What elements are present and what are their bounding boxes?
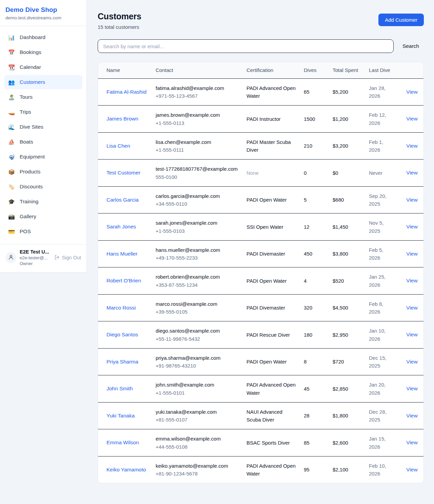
view-customer-link[interactable]: View (406, 170, 417, 175)
sign-out-button[interactable]: Sign Out (54, 255, 81, 261)
customer-phone: +39-555-0105 (156, 308, 238, 316)
customer-dives: 65 (300, 78, 329, 106)
view-customer-link[interactable]: View (406, 116, 417, 122)
tours-icon: 🏝️ (8, 94, 15, 100)
customer-total-spent: $1,800 (329, 402, 365, 429)
customer-certification: NAUI Advanced Scuba Diver (246, 409, 282, 423)
customer-total-spent: $2,600 (329, 429, 365, 456)
customer-name-link[interactable]: Lisa Chen (106, 143, 130, 149)
view-customer-link[interactable]: View (406, 386, 417, 391)
customer-dives: 320 (300, 294, 329, 321)
view-customer-link[interactable]: View (406, 251, 417, 257)
view-customer-link[interactable]: View (406, 440, 417, 445)
column-header: Last Dive (365, 62, 400, 78)
customer-name-link[interactable]: Carlos Garcia (106, 197, 139, 203)
view-customer-link[interactable]: View (406, 143, 417, 149)
customer-email: test-1772681807767@example.com (156, 165, 238, 173)
customer-phone: +1-555-0101 (156, 389, 238, 397)
sidebar-item-dashboard[interactable]: 📊Dashboard (4, 30, 82, 44)
customer-last-dive: Feb 12, 2026 (365, 106, 400, 133)
boats-icon: ⛵ (8, 139, 15, 145)
calendar-icon: 📆 (8, 64, 15, 71)
sidebar-item-training[interactable]: 🎓Training (4, 194, 82, 209)
user-icon (8, 254, 14, 261)
view-customer-link[interactable]: View (406, 413, 417, 418)
column-header: Name (98, 62, 152, 78)
sidebar-item-pos[interactable]: 💳POS (4, 224, 82, 239)
customer-phone: +1-555-0103 (156, 227, 238, 235)
column-header (400, 62, 424, 78)
trips-icon: 🚤 (8, 109, 15, 115)
customer-name-link[interactable]: James Brown (106, 116, 138, 122)
customer-email: sarah.jones@example.com (156, 219, 238, 227)
customer-name-link[interactable]: Test Customer (106, 170, 140, 175)
customer-total-spent: $2,950 (329, 321, 365, 349)
customer-last-dive: Jan 10, 2026 (365, 321, 400, 349)
customer-last-dive: Feb 10, 2026 (365, 456, 400, 483)
view-customer-link[interactable]: View (406, 278, 417, 283)
view-customer-link[interactable]: View (406, 224, 417, 229)
shop-title: Demo Dive Shop (5, 6, 81, 14)
customer-name-link[interactable]: Robert O'Brien (106, 278, 141, 283)
customer-dives: 0 (300, 160, 329, 187)
view-customer-link[interactable]: View (406, 197, 417, 203)
view-customer-link[interactable]: View (406, 359, 417, 365)
customer-dives: 210 (300, 132, 329, 160)
sidebar-item-discounts[interactable]: 🏷️Discounts (4, 180, 82, 194)
customer-certification: PADI Advanced Open Water (246, 463, 296, 477)
customer-name-link[interactable]: Priya Sharma (106, 359, 138, 365)
sidebar-item-label: Trips (20, 109, 31, 115)
customer-certification: None (246, 170, 259, 176)
sidebar-item-trips[interactable]: 🚤Trips (4, 105, 82, 119)
sidebar-item-equipment[interactable]: 🤿Equipment (4, 150, 82, 164)
sidebar-item-boats[interactable]: ⛵Boats (4, 135, 82, 149)
sidebar-item-bookings[interactable]: 📅Bookings (4, 45, 82, 59)
pos-icon: 💳 (8, 228, 15, 235)
customer-certification: PADI Instructor (246, 116, 281, 122)
sidebar-item-products[interactable]: 📦Products (4, 165, 82, 179)
logout-icon (54, 255, 60, 261)
customer-phone: +81-90-1234-5678 (156, 470, 238, 478)
customer-phone: 555-0100 (156, 173, 238, 181)
customer-name-link[interactable]: John Smith (106, 386, 133, 391)
sidebar-item-label: Tours (20, 94, 33, 100)
view-customer-link[interactable]: View (406, 305, 417, 311)
customer-row: Carlos Garciacarlos.garcia@example.com+3… (98, 186, 424, 213)
customer-last-dive: Feb 8, 2026 (365, 294, 400, 321)
customer-last-dive: Jan 20, 2026 (365, 375, 400, 403)
customer-name-link[interactable]: Fatima Al-Rashid (106, 89, 146, 95)
customer-last-dive: Jan 28, 2026 (365, 78, 400, 106)
customer-name-link[interactable]: Yuki Tanaka (106, 413, 135, 418)
customer-name-link[interactable]: Hans Mueller (106, 251, 137, 257)
dashboard-icon: 📊 (8, 34, 15, 41)
page-header: Customers 15 total customers Add Custome… (98, 12, 424, 30)
customer-certification: PADI Rescue Diver (246, 332, 290, 338)
customer-name-link[interactable]: Marco Rossi (106, 305, 136, 311)
sidebar-item-tours[interactable]: 🏝️Tours (4, 90, 82, 104)
search-input[interactable] (98, 39, 394, 53)
sidebar-item-gallery[interactable]: 📸Gallery (4, 209, 82, 224)
sidebar-item-customers[interactable]: 👥Customers (4, 75, 82, 89)
customer-row: Emma Wilsonemma.wilson@example.com+44-55… (98, 429, 424, 456)
sidebar-item-calendar[interactable]: 📆Calendar (4, 60, 82, 74)
customer-name-link[interactable]: Sarah Jones (106, 224, 136, 229)
customer-email: priya.sharma@example.com (156, 354, 238, 362)
view-customer-link[interactable]: View (406, 467, 417, 472)
customer-name-link[interactable]: Keiko Yamamoto (106, 467, 146, 472)
add-customer-button[interactable]: Add Customer (378, 14, 424, 26)
sidebar-item-dive-sites[interactable]: 🌊Dive Sites (4, 120, 82, 134)
customer-phone: +44-555-0108 (156, 443, 238, 451)
customer-total-spent: $1,200 (329, 106, 365, 133)
customer-certification: PADI Advanced Open Water (246, 382, 296, 395)
customer-name-link[interactable]: Emma Wilson (106, 440, 139, 445)
customer-row: Keiko Yamamotokeiko.yamamoto@example.com… (98, 456, 424, 483)
search-button[interactable]: Search (402, 43, 419, 49)
customer-name-link[interactable]: Diego Santos (106, 332, 138, 337)
view-customer-link[interactable]: View (406, 332, 417, 337)
view-customer-link[interactable]: View (406, 89, 417, 95)
sidebar-user-footer: E2E Test U... e2e-tester@... Owner Sign … (0, 244, 86, 272)
customer-email: john.smith@example.com (156, 381, 238, 389)
sidebar-nav: 📊Dashboard📅Bookings📆Calendar👥Customers🏝️… (0, 26, 86, 244)
customer-row: Robert O'Brienrobert.obrien@example.com+… (98, 267, 424, 295)
customer-last-dive: Feb 5, 2026 (365, 240, 400, 267)
